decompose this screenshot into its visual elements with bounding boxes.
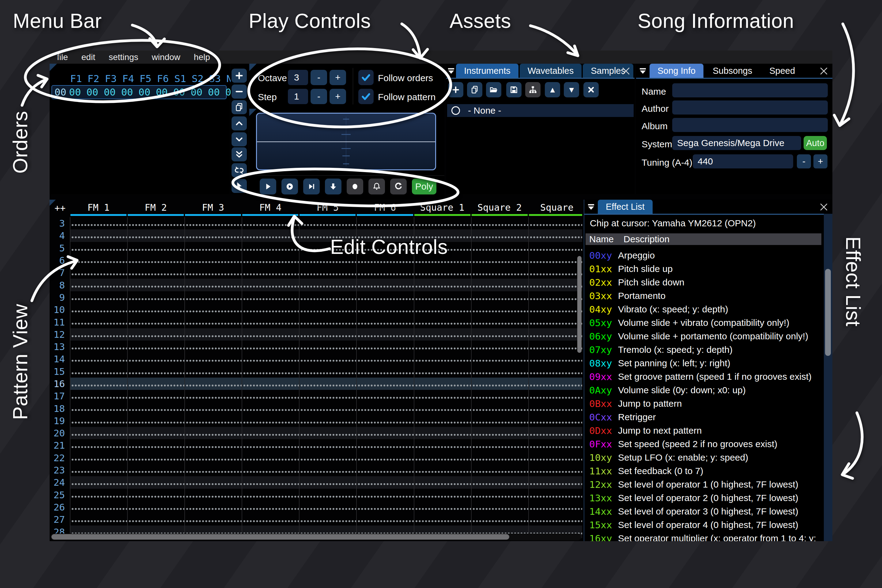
annotation-menu-bar: Menu Bar <box>13 9 102 33</box>
annotation-edit-controls: Edit Controls <box>330 235 448 258</box>
annotation-effect-list: Effect List <box>842 236 865 327</box>
play-controls-arrow <box>402 24 420 57</box>
screenshot: Menu Bar Play Controls Assets Song Infor… <box>0 0 882 588</box>
annotation-song-information: Song Information <box>638 9 794 33</box>
pattern-view-arrow <box>32 261 76 301</box>
annotation-orders: Orders <box>9 111 32 174</box>
menu-bar-circle <box>23 34 222 108</box>
song-information-arrow <box>840 24 854 124</box>
annotation-pattern-view: Pattern View <box>9 304 32 420</box>
annotation-assets: Assets <box>450 9 511 33</box>
edit-controls-circle <box>232 165 459 210</box>
annotation-play-controls: Play Controls <box>249 9 371 33</box>
annotation-strokes <box>0 0 882 588</box>
effect-list-arrow <box>844 413 862 474</box>
assets-arrow <box>530 26 577 54</box>
edit-controls-arrow <box>292 218 330 251</box>
